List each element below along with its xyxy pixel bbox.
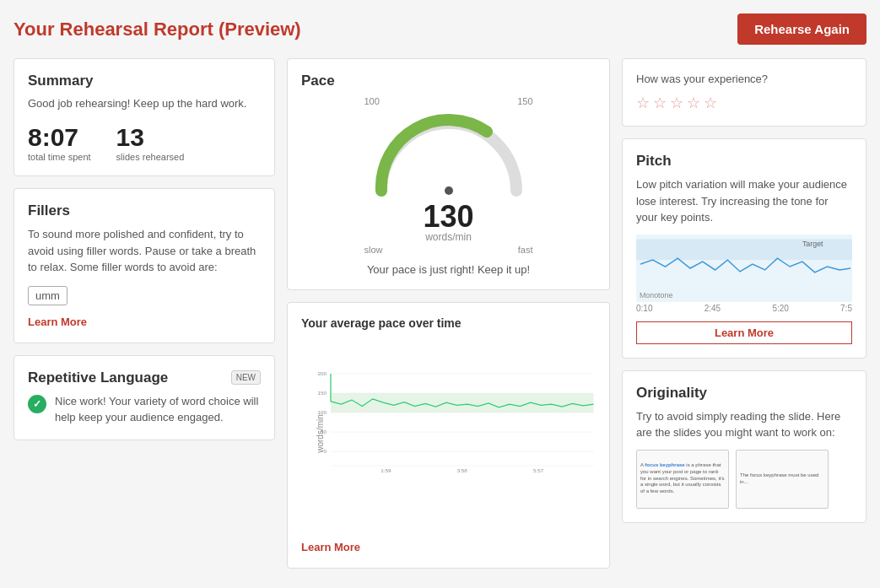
- slide-preview-text-1: A focus keyphrase is a phrase that you w…: [637, 459, 728, 499]
- originality-description: Try to avoid simply reading the slide. H…: [636, 408, 852, 441]
- fillers-title: Fillers: [28, 202, 261, 219]
- pace-title: Pace: [301, 73, 596, 89]
- star-4[interactable]: ☆: [687, 94, 700, 112]
- summary-description: Good job rehearsing! Keep up the hard wo…: [28, 96, 261, 111]
- middle-column: Pace 100 150 130 words/min slow: [287, 58, 610, 569]
- summary-title: Summary: [28, 73, 261, 89]
- fillers-description: To sound more polished and confident, tr…: [28, 226, 261, 276]
- avg-pace-card: Your average pace over time words/min 20…: [287, 302, 610, 569]
- new-badge: NEW: [231, 370, 261, 385]
- avg-pace-learn-more-link[interactable]: Learn More: [301, 541, 360, 553]
- gauge-slow-fast-labels: slow fast: [364, 245, 533, 255]
- filler-tags: umm: [28, 286, 261, 305]
- pace-line-chart: 200 150 100 50 0 1:59 3:58 5:57: [310, 337, 604, 505]
- pace-feedback: Your pace is just right! Keep it up!: [301, 263, 596, 276]
- slide-preview-text-2: The focus keyphrase must be used in...: [737, 469, 828, 489]
- filler-tag-umm: umm: [28, 286, 67, 305]
- svg-text:1:59: 1:59: [381, 467, 391, 473]
- pitch-learn-more-link[interactable]: Learn More: [636, 321, 852, 344]
- gauge-label-150: 150: [517, 96, 532, 106]
- pace-gauge: 100 150 130 words/min slow fast: [301, 96, 596, 255]
- gauge-svg: [364, 106, 533, 199]
- svg-text:200: 200: [318, 370, 327, 376]
- check-icon: [28, 395, 46, 413]
- repetitive-content: Nice work! Your variety of word choice w…: [28, 393, 261, 426]
- experience-label: How was your experience?: [636, 73, 768, 85]
- summary-card: Summary Good job rehearsing! Keep up the…: [13, 58, 275, 176]
- star-1[interactable]: ☆: [636, 94, 650, 112]
- pitch-time-1: 2:45: [705, 304, 721, 313]
- star-5[interactable]: ☆: [704, 94, 717, 112]
- svg-text:5:57: 5:57: [533, 467, 544, 473]
- right-column: How was your experience? ☆ ☆ ☆ ☆ ☆ Pitch…: [622, 58, 867, 569]
- rehearse-again-button[interactable]: Rehearse Again: [737, 13, 867, 45]
- svg-text:Monotone: Monotone: [640, 291, 672, 299]
- star-rating[interactable]: ☆ ☆ ☆ ☆ ☆: [636, 94, 717, 112]
- svg-text:Target: Target: [802, 240, 823, 248]
- pitch-card: Pitch Low pitch variation will make your…: [622, 138, 867, 359]
- slide-thumb-1: A focus keyphrase is a phrase that you w…: [636, 450, 729, 509]
- slides-label: slides rehearsed: [116, 152, 185, 162]
- slides-value: 13: [116, 123, 185, 152]
- pitch-time-0: 0:10: [636, 304, 652, 313]
- originality-card: Originality Try to avoid simply reading …: [622, 370, 867, 523]
- repetitive-language-card: Repetitive Language NEW Nice work! Your …: [13, 355, 275, 440]
- fast-label: fast: [518, 245, 533, 255]
- pitch-chart: Target Monotone: [636, 235, 852, 302]
- repetitive-title: Repetitive Language NEW: [28, 370, 261, 386]
- star-3[interactable]: ☆: [670, 94, 683, 112]
- time-value: 8:07: [28, 123, 91, 152]
- svg-rect-12: [331, 393, 594, 413]
- y-axis-label: words/min: [316, 414, 325, 453]
- svg-text:3:58: 3:58: [457, 467, 468, 473]
- time-label: total time spent: [28, 152, 91, 162]
- slide-thumbnails: A focus keyphrase is a phrase that you w…: [636, 450, 852, 509]
- pitch-time-labels: 0:10 2:45 5:20 7:5: [636, 304, 852, 313]
- left-column: Summary Good job rehearsing! Keep up the…: [13, 58, 275, 569]
- gauge-range-labels: 100 150: [364, 96, 533, 106]
- pace-unit: words/min: [425, 231, 472, 243]
- pace-value: 130: [423, 199, 473, 235]
- pitch-title: Pitch: [636, 153, 852, 170]
- time-stat: 8:07 total time spent: [28, 123, 91, 162]
- pitch-time-3: 7:5: [840, 304, 852, 313]
- pace-card: Pace 100 150 130 words/min slow: [287, 58, 610, 290]
- slide-thumb-2: The focus keyphrase must be used in...: [736, 450, 829, 509]
- originality-title: Originality: [636, 385, 852, 402]
- summary-stats: 8:07 total time spent 13 slides rehearse…: [28, 123, 261, 162]
- main-grid: Summary Good job rehearsing! Keep up the…: [13, 58, 867, 569]
- page-header: Your Rehearsal Report (Preview) Rehearse…: [13, 13, 867, 45]
- pace-chart-container: words/min 200 150 100 50 0: [301, 337, 596, 531]
- experience-card: How was your experience? ☆ ☆ ☆ ☆ ☆: [622, 58, 867, 127]
- experience-row: How was your experience? ☆ ☆ ☆ ☆ ☆: [636, 73, 852, 112]
- fillers-learn-more-link[interactable]: Learn More: [28, 316, 87, 328]
- slides-stat: 13 slides rehearsed: [116, 123, 185, 162]
- pitch-svg: Target Monotone: [636, 235, 852, 302]
- pitch-time-2: 5:20: [772, 304, 788, 313]
- slow-label: slow: [364, 245, 383, 255]
- svg-point-0: [445, 186, 453, 195]
- fillers-card: Fillers To sound more polished and confi…: [13, 188, 275, 343]
- avg-pace-title: Your average pace over time: [301, 316, 596, 330]
- gauge-label-100: 100: [364, 96, 380, 106]
- repetitive-description: Nice work! Your variety of word choice w…: [55, 393, 261, 426]
- pitch-description: Low pitch variation will make your audie…: [636, 176, 852, 226]
- star-2[interactable]: ☆: [653, 94, 667, 112]
- svg-text:150: 150: [318, 390, 327, 396]
- page-title: Your Rehearsal Report (Preview): [13, 19, 301, 40]
